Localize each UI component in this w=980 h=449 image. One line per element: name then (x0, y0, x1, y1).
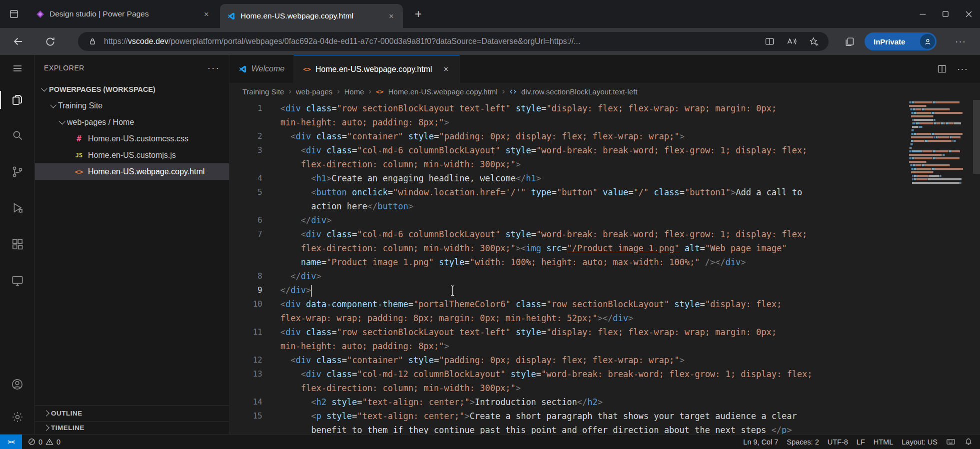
sidebar-bottom-sections: OUTLINE TIMELINE (35, 405, 229, 434)
breadcrumb-item[interactable]: Home.en-US.webpage.copy.html (388, 87, 498, 96)
window-minimize-button[interactable] (911, 0, 934, 28)
code-row[interactable]: 10<div data-component-theme="portalTheme… (229, 297, 980, 311)
breadcrumb-item[interactable]: div.row.sectionBlockLayout.text-left (521, 87, 637, 96)
code-row[interactable]: 11<div class="row sectionBlockLayout tex… (229, 325, 980, 339)
css-file-icon: # (73, 134, 85, 143)
close-tab-icon[interactable]: × (387, 11, 396, 21)
code-row[interactable]: flex-direction: column; min-width: 300px… (229, 381, 980, 395)
code-row[interactable]: 6 </div> (229, 213, 980, 227)
split-editor-icon[interactable] (937, 64, 947, 74)
symbol-element-icon (509, 88, 517, 95)
code-row[interactable]: 14 <h2 style="text-align: center;">Intro… (229, 395, 980, 409)
line-number (229, 381, 262, 395)
window-maximize-button[interactable] (934, 0, 957, 28)
remote-explorer-activity-icon[interactable] (0, 268, 34, 294)
read-aloud-icon[interactable] (785, 34, 799, 48)
code-row[interactable]: 7 <div class="col-md-6 columnBlockLayout… (229, 227, 980, 241)
window-close-button[interactable] (957, 0, 980, 28)
code-row[interactable]: 13 <div class="col-md-12 columnBlockLayo… (229, 367, 980, 381)
scrollbar-thumb[interactable] (973, 100, 980, 174)
html-file-icon: <> (303, 65, 311, 73)
inprivate-badge[interactable]: InPrivate (865, 32, 937, 50)
minimap[interactable] (909, 101, 973, 185)
tree-item-web-pages-home[interactable]: web-pages / Home (35, 114, 229, 130)
extensions-activity-icon[interactable] (0, 231, 34, 257)
close-editor-tab-icon[interactable]: × (442, 64, 450, 74)
remote-indicator[interactable]: >< (0, 435, 22, 449)
tree-item-file-js[interactable]: JS Home.en-US.customjs.js (35, 147, 229, 163)
tree-item-label: Home.en-US.customjs.js (88, 151, 176, 160)
breadcrumb-item[interactable]: web-pages (296, 87, 332, 96)
new-tab-button[interactable]: + (411, 6, 426, 21)
code-text: action here</button> (262, 199, 413, 213)
refresh-button[interactable] (43, 34, 57, 48)
keyboard-icon[interactable] (946, 437, 956, 447)
collections-icon[interactable] (843, 34, 857, 48)
editor-tab-welcome[interactable]: Welcome (229, 55, 294, 83)
line-number (229, 199, 262, 213)
browser-settings-menu[interactable]: ··· (954, 34, 968, 48)
run-debug-activity-icon[interactable] (0, 195, 34, 221)
tree-item-workspace[interactable]: POWERPAGES (WORKSPACE) (35, 81, 229, 97)
code-row[interactable]: min-height: auto; padding: 8px;"> (229, 115, 980, 129)
address-bar[interactable]: https://vscode.dev/powerplatform/portal/… (78, 32, 829, 51)
breadcrumb-item[interactable]: Training Site (242, 87, 284, 96)
breadcrumb-separator: › (502, 87, 505, 96)
line-number (229, 423, 262, 434)
split-screen-icon[interactable] (763, 34, 777, 48)
code-row[interactable]: min-height: auto; padding: 8px;"> (229, 339, 980, 353)
code-editor[interactable]: 1<div class="row sectionBlockLayout text… (229, 100, 980, 434)
code-row[interactable]: 4 <h1>Create an engaging headline, welco… (229, 171, 980, 185)
account-button[interactable] (0, 371, 34, 397)
editor-tab-bar: Welcome <> Home.en-US.webpage.copy.html … (229, 55, 980, 83)
source-control-activity-icon[interactable] (0, 159, 34, 185)
inprivate-label: InPrivate (874, 37, 905, 46)
code-row[interactable]: 5 <button onclick="window.location.href=… (229, 185, 980, 199)
code-row[interactable]: flex-direction: column; min-width: 300px… (229, 241, 980, 255)
breadcrumb-item[interactable]: Home (344, 87, 364, 96)
menu-hamburger-button[interactable] (0, 55, 34, 81)
search-activity-icon[interactable] (0, 122, 34, 148)
tree-item-file-html-selected[interactable]: <> Home.en-US.webpage.copy.html (35, 163, 229, 180)
code-row[interactable]: flex-direction: column; min-width: 300px… (229, 157, 980, 171)
notifications-bell-icon[interactable] (964, 438, 973, 447)
editor-tab-active-file[interactable]: <> Home.en-US.webpage.copy.html × (294, 55, 460, 83)
code-row[interactable]: benefit to them if they continue past th… (229, 423, 980, 434)
power-pages-favicon (36, 10, 44, 18)
code-text: <h2 style="text-align: center;">Introduc… (262, 395, 603, 409)
browser-workspaces-icon[interactable] (7, 7, 21, 21)
code-row[interactable]: 3 <div class="col-md-6 columnBlockLayout… (229, 143, 980, 157)
code-row[interactable]: action here</button> (229, 199, 980, 213)
code-row[interactable]: 1<div class="row sectionBlockLayout text… (229, 101, 980, 115)
language-mode-status[interactable]: HTML (874, 438, 893, 446)
outline-section[interactable]: OUTLINE (35, 405, 229, 421)
code-row[interactable]: 9</div> (229, 283, 980, 297)
timeline-section[interactable]: TIMELINE (35, 421, 229, 434)
code-row[interactable]: flex-wrap: wrap; padding: 8px; margin: 0… (229, 311, 980, 325)
editor-more-actions-icon[interactable]: ··· (957, 63, 968, 74)
code-row[interactable]: name="Product image 1.png" style="width:… (229, 255, 980, 269)
tree-item-file-css[interactable]: # Home.en-US.customcss.css (35, 130, 229, 147)
add-favorite-star-icon[interactable] (807, 34, 821, 48)
problems-status[interactable]: 0 0 (28, 438, 60, 446)
chevron-down-icon (48, 103, 58, 108)
encoding-status[interactable]: UTF-8 (828, 438, 848, 446)
browser-tab-design-studio[interactable]: Design studio | Power Pages × (29, 0, 218, 28)
explorer-more-actions-icon[interactable]: ··· (207, 62, 220, 73)
indentation-status[interactable]: Spaces: 2 (787, 438, 819, 446)
back-button[interactable] (11, 34, 25, 48)
code-row[interactable]: 15 <p style="text-align: center;">Create… (229, 409, 980, 423)
code-text: <div class="row sectionBlockLayout text-… (262, 325, 777, 339)
keyboard-layout-status[interactable]: Layout: US (902, 438, 938, 446)
close-tab-icon[interactable]: × (202, 9, 211, 19)
tree-item-training-site[interactable]: Training Site (35, 97, 229, 114)
eol-status[interactable]: LF (857, 438, 865, 446)
code-row[interactable]: 12 <div class="container" style="padding… (229, 353, 980, 367)
code-row[interactable]: 2 <div class="container" style="padding:… (229, 129, 980, 143)
settings-gear-button[interactable] (0, 404, 34, 430)
profile-avatar[interactable] (920, 34, 935, 49)
cursor-position-status[interactable]: Ln 9, Col 7 (743, 438, 778, 446)
browser-tab-active[interactable]: Home.en-US.webpage.copy.html × (220, 4, 403, 28)
explorer-activity-icon[interactable] (0, 87, 34, 113)
code-row[interactable]: 8 </div> (229, 269, 980, 283)
